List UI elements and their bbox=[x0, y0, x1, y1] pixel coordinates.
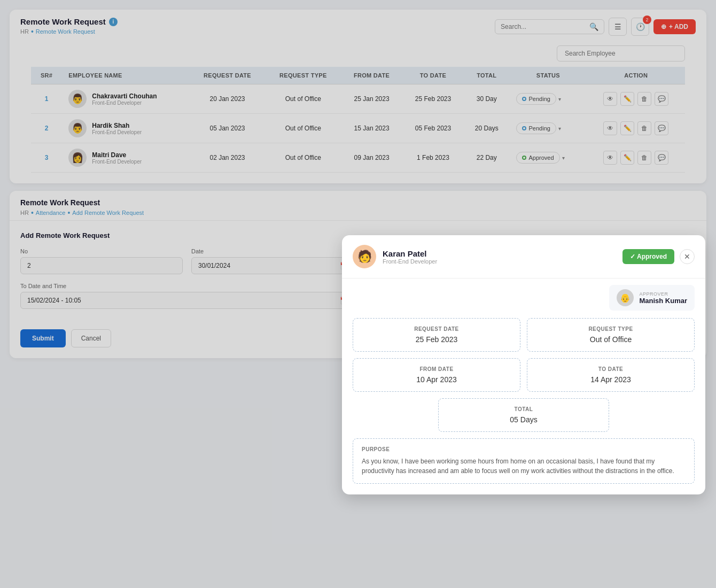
approver-info: APPROVER Manish Kumar bbox=[639, 291, 687, 305]
modal-approver-row: 👴 APPROVER Manish Kumar bbox=[342, 278, 705, 313]
modal-total-label: TOTAL bbox=[447, 406, 600, 412]
approved-badge-button[interactable]: ✓ Approved bbox=[622, 249, 674, 264]
modal-purpose-label: PURPOSE bbox=[362, 446, 686, 452]
modal-user-name: Karan Patel bbox=[383, 249, 437, 258]
modal-from-date-label: FROM DATE bbox=[362, 366, 511, 372]
modal-request-type-value: Out of Office bbox=[536, 335, 686, 344]
approver-chip: 👴 APPROVER Manish Kumar bbox=[609, 285, 695, 311]
modal-request-type-card: REQUEST TYPE Out of Office bbox=[527, 318, 695, 352]
modal-request-date-value: 25 Feb 2023 bbox=[362, 335, 511, 344]
modal-overlay: 🧑 Karan Patel Front-End Developer ✓ Appr… bbox=[0, 0, 716, 588]
modal-to-date-value: 14 Apr 2023 bbox=[536, 375, 686, 384]
modal-grid-top: REQUEST DATE 25 Feb 2023 REQUEST TYPE Ou… bbox=[353, 318, 695, 352]
modal-user-details: Karan Patel Front-End Developer bbox=[383, 249, 437, 265]
modal-header-actions: ✓ Approved ✕ bbox=[622, 249, 695, 264]
modal-to-date-card: TO DATE 14 Apr 2023 bbox=[527, 358, 695, 392]
modal-purpose-text: As you know, I have been working some ho… bbox=[362, 457, 686, 476]
close-modal-button[interactable]: ✕ bbox=[680, 249, 695, 264]
modal-from-date-value: 10 Apr 2023 bbox=[362, 375, 511, 384]
approver-label: APPROVER bbox=[639, 291, 687, 297]
modal-user-info: 🧑 Karan Patel Front-End Developer bbox=[353, 245, 437, 268]
modal-purpose-card: PURPOSE As you know, I have been working… bbox=[353, 438, 695, 484]
modal-header: 🧑 Karan Patel Front-End Developer ✓ Appr… bbox=[342, 235, 705, 278]
approver-name: Manish Kumar bbox=[639, 297, 687, 305]
modal-request-date-label: REQUEST DATE bbox=[362, 326, 511, 332]
modal-to-date-label: TO DATE bbox=[536, 366, 686, 372]
approver-avatar: 👴 bbox=[617, 289, 634, 306]
modal-total-value: 05 Days bbox=[447, 415, 600, 424]
modal-user-role: Front-End Developer bbox=[383, 258, 437, 265]
modal-card: 🧑 Karan Patel Front-End Developer ✓ Appr… bbox=[342, 235, 705, 494]
modal-avatar: 🧑 bbox=[353, 245, 376, 268]
modal-body: REQUEST DATE 25 Feb 2023 REQUEST TYPE Ou… bbox=[342, 313, 705, 494]
modal-request-date-card: REQUEST DATE 25 Feb 2023 bbox=[353, 318, 520, 352]
modal-request-type-label: REQUEST TYPE bbox=[536, 326, 686, 332]
modal-grid-middle: FROM DATE 10 Apr 2023 TO DATE 14 Apr 202… bbox=[353, 358, 695, 392]
modal-total-card: TOTAL 05 Days bbox=[438, 398, 609, 432]
modal-from-date-card: FROM DATE 10 Apr 2023 bbox=[353, 358, 520, 392]
